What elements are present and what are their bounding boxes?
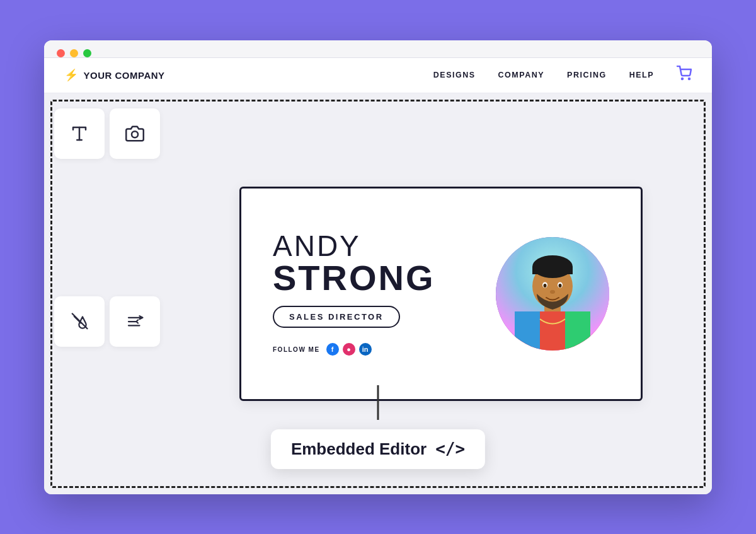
linkedin-icon: in bbox=[359, 343, 372, 356]
social-icons: f ● in bbox=[326, 343, 372, 356]
svg-point-18 bbox=[544, 284, 547, 287]
text-style-icon bbox=[125, 312, 144, 331]
dot-red[interactable] bbox=[57, 49, 65, 57]
facebook-icon: f bbox=[326, 343, 339, 356]
nav-pricing[interactable]: PRICING bbox=[567, 71, 607, 79]
card-title-badge: SALES DIRECTOR bbox=[273, 306, 400, 328]
svg-rect-15 bbox=[532, 267, 573, 274]
code-icon: </> bbox=[435, 439, 465, 458]
nav-logo: ⚡ YOUR COMPANY bbox=[64, 68, 165, 82]
embedded-editor-text: Embedded Editor bbox=[291, 439, 427, 459]
svg-rect-11 bbox=[515, 311, 540, 351]
browser-window: ⚡ YOUR COMPANY DESIGNS COMPANY PRICING H… bbox=[44, 40, 712, 494]
nav-company[interactable]: COMPANY bbox=[498, 71, 544, 79]
camera-icon bbox=[125, 124, 144, 143]
card-info: ANDY STRONG SALES DIRECTOR FOLLOW ME f ●… bbox=[273, 231, 435, 356]
card-last-name: STRONG bbox=[273, 260, 435, 296]
svg-point-19 bbox=[559, 284, 562, 287]
editor-toolbar bbox=[44, 93, 170, 494]
browser-chrome bbox=[44, 40, 712, 58]
instagram-icon: ● bbox=[343, 343, 355, 356]
svg-point-4 bbox=[132, 131, 138, 137]
nav-links: DESIGNS COMPANY PRICING HELP bbox=[433, 66, 692, 84]
svg-point-0 bbox=[682, 78, 683, 79]
dot-green[interactable] bbox=[83, 49, 91, 57]
embedded-editor-wrapper: Embedded Editor </> bbox=[271, 429, 485, 469]
person-illustration bbox=[496, 237, 609, 351]
bolt-icon: ⚡ bbox=[64, 68, 79, 82]
nav-help[interactable]: HELP bbox=[629, 71, 654, 79]
text-tool-button[interactable] bbox=[54, 108, 105, 159]
svg-point-20 bbox=[550, 290, 555, 294]
fill-tool-button[interactable] bbox=[54, 296, 105, 347]
nav-bar: ⚡ YOUR COMPANY DESIGNS COMPANY PRICING H… bbox=[44, 58, 712, 93]
text-style-tool-button[interactable] bbox=[110, 296, 160, 347]
avatar-placeholder bbox=[496, 237, 609, 351]
card-first-name: ANDY bbox=[273, 231, 435, 260]
embedded-editor-label: Embedded Editor </> bbox=[271, 429, 485, 469]
card-avatar bbox=[496, 237, 609, 351]
logo-text: YOUR COMPANY bbox=[84, 70, 165, 81]
connector-line bbox=[377, 385, 379, 420]
follow-label: FOLLOW ME bbox=[273, 346, 320, 353]
image-tool-button[interactable] bbox=[110, 108, 160, 159]
nav-designs[interactable]: DESIGNS bbox=[433, 71, 476, 79]
fill-icon bbox=[70, 312, 89, 331]
card-name: ANDY STRONG bbox=[273, 231, 435, 296]
business-card: ANDY STRONG SALES DIRECTOR FOLLOW ME f ●… bbox=[239, 187, 643, 401]
text-icon bbox=[70, 124, 89, 143]
svg-rect-12 bbox=[565, 311, 590, 351]
card-social: FOLLOW ME f ● in bbox=[273, 343, 435, 356]
browser-dots bbox=[57, 49, 699, 57]
cart-icon[interactable] bbox=[677, 66, 692, 84]
svg-point-1 bbox=[689, 78, 690, 79]
dot-yellow[interactable] bbox=[70, 49, 78, 57]
